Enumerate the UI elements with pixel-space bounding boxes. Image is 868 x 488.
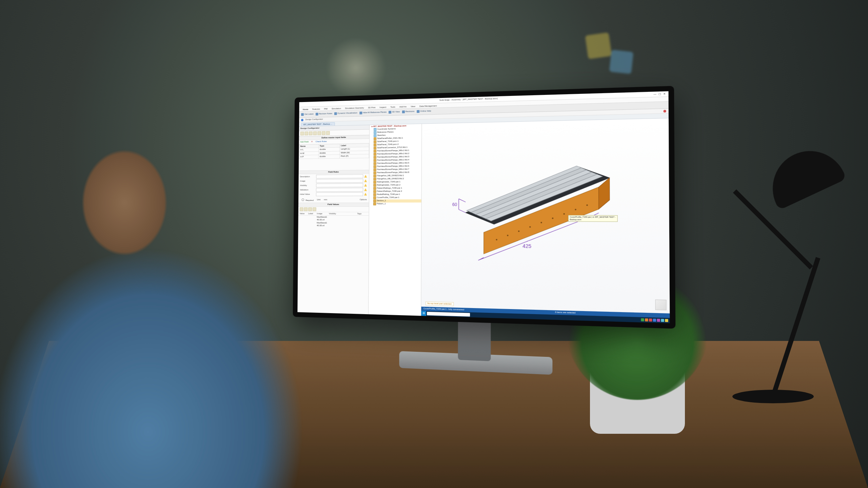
toolbar-button[interactable] bbox=[300, 207, 303, 211]
tray-icon[interactable] bbox=[653, 319, 656, 322]
tree-part-node[interactable]: CoverProfile_T240.par.1 bbox=[373, 196, 421, 199]
view-cube[interactable] bbox=[655, 300, 666, 310]
tree-part-node[interactable]: PatternRailings_T240.par.2 bbox=[373, 190, 421, 193]
ribbon-tab[interactable]: PMI bbox=[323, 107, 329, 110]
form-label: Image bbox=[300, 180, 315, 183]
rules-options-row: Required Unit mm Options bbox=[298, 197, 369, 203]
ribbon-command[interactable]: Dynamic Visualization bbox=[334, 112, 357, 115]
command-icon bbox=[301, 113, 304, 116]
toolbar-button[interactable] bbox=[313, 207, 316, 211]
tree-part-node[interactable]: RadialRailing_T240.par.1 bbox=[373, 193, 421, 196]
svg-point-8 bbox=[575, 209, 576, 210]
warning-icon bbox=[364, 175, 367, 178]
part-icon bbox=[373, 184, 376, 187]
form-label: Description bbox=[300, 175, 315, 178]
required-checkbox[interactable] bbox=[302, 199, 304, 201]
part-icon bbox=[374, 137, 376, 140]
toolbar-button[interactable] bbox=[317, 131, 321, 135]
ribbon-tab[interactable]: View bbox=[410, 105, 416, 108]
command-icon bbox=[402, 110, 405, 113]
values-column-header: Image bbox=[317, 212, 329, 215]
window-minimize-button[interactable]: — bbox=[653, 93, 657, 96]
ribbon-tab[interactable]: Simulation bbox=[331, 107, 342, 110]
ribbon-command[interactable]: Online Help bbox=[417, 110, 431, 113]
record-indicator-icon bbox=[664, 110, 666, 113]
command-icon bbox=[359, 111, 362, 114]
values-toolbar bbox=[298, 206, 369, 212]
options-label: Options bbox=[360, 198, 367, 201]
svg-point-2 bbox=[507, 235, 508, 236]
ribbon-tab[interactable]: Home bbox=[302, 108, 309, 111]
part-icon bbox=[373, 200, 376, 202]
tray-icon[interactable] bbox=[657, 319, 660, 322]
values-column-header: Value bbox=[300, 212, 308, 215]
part-icon bbox=[373, 181, 376, 183]
ribbon-tab[interactable]: Data Management bbox=[418, 104, 438, 108]
unit-value: mm bbox=[324, 199, 327, 201]
ribbon-command[interactable]: Revision Notes bbox=[316, 113, 332, 116]
ribbon-tab[interactable]: Simulation Geometry bbox=[344, 106, 365, 110]
tray-icon[interactable] bbox=[665, 319, 668, 322]
ribbon-tab[interactable]: Tools bbox=[389, 105, 396, 109]
part-icon bbox=[374, 150, 376, 152]
warning-icon bbox=[364, 188, 367, 191]
toolbar-button[interactable] bbox=[313, 131, 317, 135]
tray-icon[interactable] bbox=[649, 319, 652, 322]
model-tree-panel[interactable]: ▸ IRT_MASTER TEST - Backup.asmCoordinate… bbox=[369, 124, 422, 316]
ribbon-command[interactable]: Hide All Reference Planes bbox=[359, 111, 387, 114]
form-input[interactable] bbox=[316, 192, 363, 196]
start-button[interactable]: ⊞ bbox=[421, 311, 426, 316]
ribbon-tab[interactable]: Inspect bbox=[378, 106, 387, 109]
subbar-label: Design Configurator bbox=[305, 118, 323, 121]
form-input[interactable] bbox=[316, 183, 363, 187]
ribbon-tab[interactable]: Add-Ins bbox=[398, 105, 408, 108]
taskbar-search[interactable] bbox=[427, 312, 470, 317]
command-icon bbox=[417, 110, 419, 113]
conveyor-model: 60 425 bbox=[424, 121, 666, 279]
toolbar-button[interactable] bbox=[308, 207, 312, 211]
toolbar-button[interactable] bbox=[304, 131, 308, 135]
tray-icon[interactable] bbox=[661, 319, 664, 322]
check-rules-button[interactable]: Check Rules bbox=[316, 140, 327, 143]
form-label: Validation bbox=[300, 189, 315, 191]
form-input[interactable] bbox=[316, 179, 363, 183]
ribbon-command[interactable]: Revisions bbox=[402, 110, 414, 113]
warning-icon bbox=[364, 193, 367, 196]
3d-viewport[interactable]: 60 425 CoverProfile_T240.par | in IRT_MA… bbox=[421, 118, 670, 323]
cad-app-window: Solid Edge - Assembly - [IRT_MASTER TEST… bbox=[297, 91, 670, 323]
window-maximize-button[interactable]: ▢ bbox=[657, 93, 662, 96]
values-row[interactable]: ModStand1 40.30.vrl bbox=[298, 221, 369, 227]
tray-icon[interactable] bbox=[641, 318, 644, 321]
values-column-header: Visibility bbox=[329, 212, 357, 215]
toolbar-button[interactable] bbox=[309, 131, 313, 135]
fields-table[interactable]: NameTypeLabelm-LdoubleLength (L)m-Wdoubl… bbox=[299, 143, 369, 159]
toolbar-button[interactable] bbox=[304, 207, 308, 211]
form-input[interactable] bbox=[316, 188, 363, 192]
system-tray[interactable] bbox=[641, 318, 670, 322]
toolbar-button[interactable] bbox=[326, 131, 330, 135]
ribbon-command[interactable]: Get Latest bbox=[301, 113, 314, 116]
window-close-button[interactable]: ✕ bbox=[662, 92, 667, 96]
unit-label: Unit bbox=[317, 199, 321, 201]
rules-form: DescriptionImageVisibilityValidationInit… bbox=[298, 174, 369, 197]
delete-field-button[interactable]: ✕ bbox=[311, 141, 313, 143]
command-icon bbox=[389, 111, 391, 114]
add-field-button[interactable]: Add Field bbox=[300, 141, 309, 143]
ribbon-tab[interactable]: 3D Print bbox=[367, 106, 377, 109]
svg-point-1 bbox=[496, 239, 497, 240]
toolbar-button[interactable] bbox=[322, 131, 326, 135]
part-icon bbox=[374, 165, 376, 168]
tree-part-node[interactable]: Section_1 bbox=[373, 199, 421, 202]
tree-part-node[interactable]: Pattern_1 bbox=[373, 202, 421, 205]
values-body: ModStand1 40.30.vrlModStand1 40.30.vrl bbox=[298, 216, 369, 227]
ribbon-command[interactable]: 3D View bbox=[389, 110, 400, 114]
ribbon-tab[interactable]: Features bbox=[311, 107, 321, 111]
tray-icon[interactable] bbox=[645, 318, 648, 321]
toolbar-button[interactable] bbox=[300, 131, 304, 135]
part-icon bbox=[374, 144, 376, 146]
part-icon bbox=[373, 196, 376, 199]
form-input[interactable] bbox=[316, 174, 363, 178]
part-icon bbox=[373, 203, 376, 205]
values-row[interactable]: ModStand1 40.30.vrl bbox=[298, 216, 369, 222]
hover-tooltip: CoverProfile_T240.par | in IRT_MASTER TE… bbox=[568, 215, 618, 222]
